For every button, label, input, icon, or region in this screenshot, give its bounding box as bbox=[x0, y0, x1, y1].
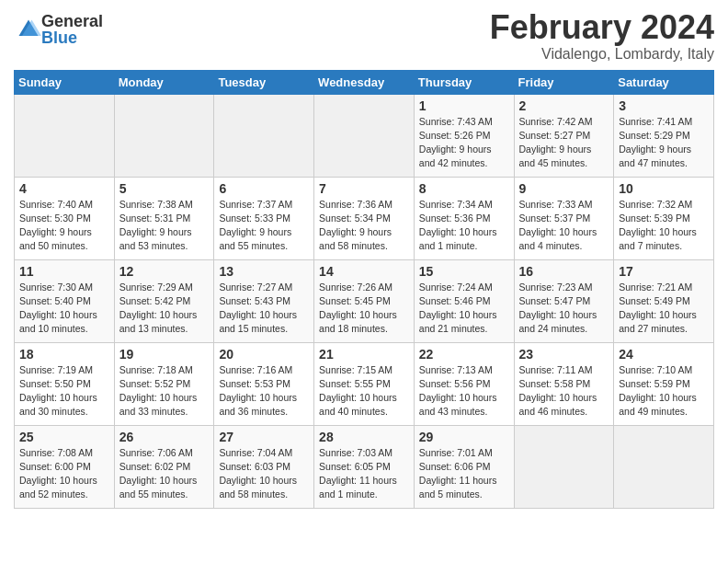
calendar-cell: 29Sunrise: 7:01 AMSunset: 6:06 PMDayligh… bbox=[414, 425, 514, 508]
day-number: 3 bbox=[619, 98, 709, 113]
header-day-monday: Monday bbox=[114, 70, 214, 94]
calendar-week-4: 18Sunrise: 7:19 AMSunset: 5:50 PMDayligh… bbox=[15, 342, 714, 425]
day-number: 26 bbox=[119, 430, 210, 444]
calendar-cell: 21Sunrise: 7:15 AMSunset: 5:55 PMDayligh… bbox=[314, 342, 415, 425]
day-number: 7 bbox=[319, 181, 409, 196]
calendar-cell bbox=[214, 94, 314, 177]
calendar-cell: 13Sunrise: 7:27 AMSunset: 5:43 PMDayligh… bbox=[214, 259, 314, 342]
title-area: February 2024 Vidalengo, Lombardy, Italy bbox=[490, 9, 714, 63]
day-info: Sunrise: 7:10 AMSunset: 5:59 PMDaylight:… bbox=[619, 363, 709, 419]
day-number: 12 bbox=[119, 264, 210, 279]
day-number: 5 bbox=[119, 181, 210, 196]
day-number: 17 bbox=[619, 264, 709, 279]
day-number: 20 bbox=[219, 347, 309, 362]
day-info: Sunrise: 7:18 AMSunset: 5:52 PMDaylight:… bbox=[119, 363, 210, 419]
calendar-cell: 4Sunrise: 7:40 AMSunset: 5:30 PMDaylight… bbox=[15, 177, 115, 259]
day-info: Sunrise: 7:32 AMSunset: 5:39 PMDaylight:… bbox=[619, 198, 709, 254]
calendar-cell: 18Sunrise: 7:19 AMSunset: 5:50 PMDayligh… bbox=[15, 342, 115, 425]
calendar-cell: 3Sunrise: 7:41 AMSunset: 5:29 PMDaylight… bbox=[614, 94, 714, 177]
day-info: Sunrise: 7:38 AMSunset: 5:31 PMDaylight:… bbox=[119, 198, 210, 254]
calendar-week-2: 4Sunrise: 7:40 AMSunset: 5:30 PMDaylight… bbox=[15, 177, 714, 259]
calendar-week-3: 11Sunrise: 7:30 AMSunset: 5:40 PMDayligh… bbox=[15, 259, 714, 342]
calendar-header-row: SundayMondayTuesdayWednesdayThursdayFrid… bbox=[15, 70, 714, 94]
calendar-cell bbox=[614, 425, 714, 508]
day-number: 14 bbox=[319, 264, 409, 279]
calendar-cell bbox=[15, 94, 115, 177]
day-info: Sunrise: 7:36 AMSunset: 5:34 PMDaylight:… bbox=[319, 198, 409, 254]
day-info: Sunrise: 7:41 AMSunset: 5:29 PMDaylight:… bbox=[619, 115, 709, 171]
day-info: Sunrise: 7:42 AMSunset: 5:27 PMDaylight:… bbox=[519, 115, 609, 171]
day-info: Sunrise: 7:40 AMSunset: 5:30 PMDaylight:… bbox=[19, 198, 109, 254]
calendar-cell: 5Sunrise: 7:38 AMSunset: 5:31 PMDaylight… bbox=[114, 177, 214, 259]
calendar-cell: 22Sunrise: 7:13 AMSunset: 5:56 PMDayligh… bbox=[414, 342, 514, 425]
calendar-cell bbox=[514, 425, 614, 508]
header-day-saturday: Saturday bbox=[614, 70, 714, 94]
logo-general-text: General bbox=[41, 13, 103, 29]
calendar-table: SundayMondayTuesdayWednesdayThursdayFrid… bbox=[14, 70, 714, 509]
day-number: 13 bbox=[219, 264, 309, 279]
day-number: 9 bbox=[519, 181, 609, 196]
day-info: Sunrise: 7:16 AMSunset: 5:53 PMDaylight:… bbox=[219, 363, 309, 419]
day-info: Sunrise: 7:06 AMSunset: 6:02 PMDaylight:… bbox=[119, 446, 210, 502]
day-number: 23 bbox=[519, 347, 609, 362]
calendar-cell: 26Sunrise: 7:06 AMSunset: 6:02 PMDayligh… bbox=[114, 425, 214, 508]
day-number: 21 bbox=[319, 347, 409, 362]
day-info: Sunrise: 7:15 AMSunset: 5:55 PMDaylight:… bbox=[319, 363, 409, 419]
day-info: Sunrise: 7:29 AMSunset: 5:42 PMDaylight:… bbox=[119, 281, 210, 337]
calendar-cell bbox=[114, 94, 214, 177]
calendar-cell: 15Sunrise: 7:24 AMSunset: 5:46 PMDayligh… bbox=[414, 259, 514, 342]
header-day-sunday: Sunday bbox=[15, 70, 115, 94]
day-info: Sunrise: 7:26 AMSunset: 5:45 PMDaylight:… bbox=[319, 281, 409, 337]
calendar-cell: 23Sunrise: 7:11 AMSunset: 5:58 PMDayligh… bbox=[514, 342, 614, 425]
day-number: 24 bbox=[619, 347, 709, 362]
header: General Blue February 2024 Vidalengo, Lo… bbox=[14, 9, 714, 63]
day-info: Sunrise: 7:37 AMSunset: 5:33 PMDaylight:… bbox=[219, 198, 309, 254]
header-day-thursday: Thursday bbox=[414, 70, 514, 94]
day-number: 4 bbox=[19, 181, 109, 196]
calendar-cell: 27Sunrise: 7:04 AMSunset: 6:03 PMDayligh… bbox=[214, 425, 314, 508]
location-title: Vidalengo, Lombardy, Italy bbox=[490, 46, 714, 63]
day-info: Sunrise: 7:04 AMSunset: 6:03 PMDaylight:… bbox=[219, 446, 309, 502]
calendar-cell: 17Sunrise: 7:21 AMSunset: 5:49 PMDayligh… bbox=[614, 259, 714, 342]
day-info: Sunrise: 7:08 AMSunset: 6:00 PMDaylight:… bbox=[19, 446, 109, 502]
logo: General Blue bbox=[14, 13, 103, 46]
calendar-cell: 24Sunrise: 7:10 AMSunset: 5:59 PMDayligh… bbox=[614, 342, 714, 425]
day-number: 1 bbox=[419, 98, 509, 113]
day-number: 22 bbox=[419, 347, 509, 362]
day-number: 15 bbox=[419, 264, 509, 279]
day-number: 8 bbox=[419, 181, 509, 196]
day-info: Sunrise: 7:33 AMSunset: 5:37 PMDaylight:… bbox=[519, 198, 609, 254]
day-info: Sunrise: 7:34 AMSunset: 5:36 PMDaylight:… bbox=[419, 198, 509, 254]
header-day-friday: Friday bbox=[514, 70, 614, 94]
day-info: Sunrise: 7:01 AMSunset: 6:06 PMDaylight:… bbox=[419, 446, 509, 502]
month-title: February 2024 bbox=[490, 9, 714, 46]
day-info: Sunrise: 7:30 AMSunset: 5:40 PMDaylight:… bbox=[19, 281, 109, 337]
day-number: 16 bbox=[519, 264, 609, 279]
day-number: 25 bbox=[19, 430, 109, 444]
logo-icon bbox=[16, 17, 41, 42]
day-info: Sunrise: 7:21 AMSunset: 5:49 PMDaylight:… bbox=[619, 281, 709, 337]
calendar-week-1: 1Sunrise: 7:43 AMSunset: 5:26 PMDaylight… bbox=[15, 94, 714, 177]
calendar-cell: 16Sunrise: 7:23 AMSunset: 5:47 PMDayligh… bbox=[514, 259, 614, 342]
logo-blue-text: Blue bbox=[41, 29, 103, 46]
calendar-cell: 28Sunrise: 7:03 AMSunset: 6:05 PMDayligh… bbox=[314, 425, 415, 508]
calendar-cell: 9Sunrise: 7:33 AMSunset: 5:37 PMDaylight… bbox=[514, 177, 614, 259]
calendar-week-5: 25Sunrise: 7:08 AMSunset: 6:00 PMDayligh… bbox=[15, 425, 714, 508]
day-number: 6 bbox=[219, 181, 309, 196]
header-day-tuesday: Tuesday bbox=[214, 70, 314, 94]
header-day-wednesday: Wednesday bbox=[314, 70, 415, 94]
day-number: 11 bbox=[19, 264, 109, 279]
calendar-cell bbox=[314, 94, 415, 177]
day-info: Sunrise: 7:13 AMSunset: 5:56 PMDaylight:… bbox=[419, 363, 509, 419]
calendar-cell: 25Sunrise: 7:08 AMSunset: 6:00 PMDayligh… bbox=[15, 425, 115, 508]
day-number: 19 bbox=[119, 347, 210, 362]
calendar-cell: 20Sunrise: 7:16 AMSunset: 5:53 PMDayligh… bbox=[214, 342, 314, 425]
day-number: 28 bbox=[319, 430, 409, 444]
day-info: Sunrise: 7:43 AMSunset: 5:26 PMDaylight:… bbox=[419, 115, 509, 171]
day-info: Sunrise: 7:24 AMSunset: 5:46 PMDaylight:… bbox=[419, 281, 509, 337]
calendar-cell: 8Sunrise: 7:34 AMSunset: 5:36 PMDaylight… bbox=[414, 177, 514, 259]
day-number: 18 bbox=[19, 347, 109, 362]
day-info: Sunrise: 7:19 AMSunset: 5:50 PMDaylight:… bbox=[19, 363, 109, 419]
day-info: Sunrise: 7:03 AMSunset: 6:05 PMDaylight:… bbox=[319, 446, 409, 502]
day-number: 2 bbox=[519, 98, 609, 113]
